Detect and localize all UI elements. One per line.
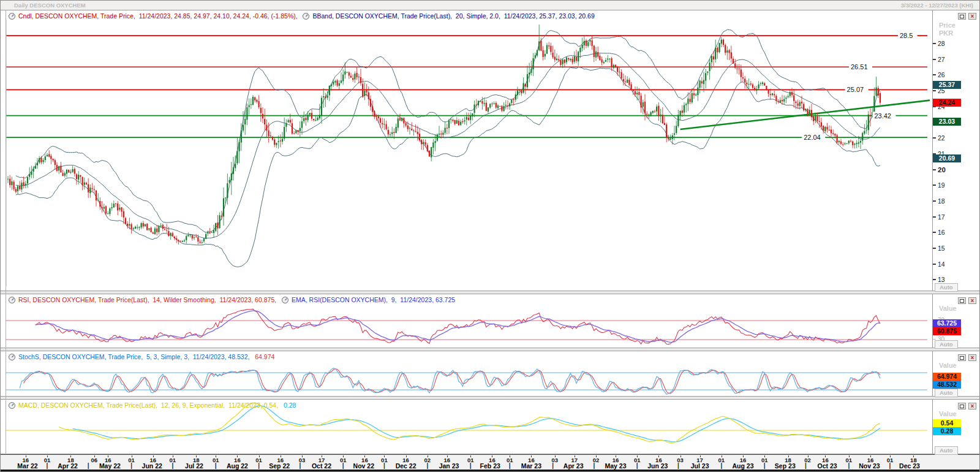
rsi-legend-text: EMA, RSI(DESCON OXYCHEM), 9, 11/24/2023,… xyxy=(292,296,455,303)
axis-tick: 27 xyxy=(933,56,945,63)
x-axis: 1601180616011601180116011603170116011602… xyxy=(1,454,980,470)
axis-tick: 26 xyxy=(933,71,945,78)
month-label: Nov 22 xyxy=(353,462,374,470)
auto-scale-button[interactable]: Auto xyxy=(935,340,958,349)
panel-stochastic: StochS, DESCON OXYCHEM, Trade Price, 5, … xyxy=(1,351,980,397)
month-separator: | xyxy=(636,462,638,469)
macd-legend-text: 0.28 xyxy=(284,402,296,409)
month-separator: | xyxy=(848,462,850,469)
stoch-k-line xyxy=(20,368,880,395)
level-label: 25.07 xyxy=(847,86,864,93)
axis-tick: 16 xyxy=(933,229,945,236)
month-separator: | xyxy=(342,462,344,469)
window-date-range: 3/3/2022 - 12/27/2023 (KHI) xyxy=(901,2,973,9)
axis-unit-label: PKR xyxy=(939,29,953,37)
month-label: May 22 xyxy=(99,462,121,470)
tick-dash xyxy=(933,339,936,340)
value-box: 0.28 xyxy=(933,427,961,435)
month-separator: | xyxy=(805,462,807,469)
title-bar: Daily DESCON OXYCHEM 3/3/2022 - 12/27/20… xyxy=(1,1,979,10)
tick-label: 28 xyxy=(938,40,945,47)
tick-label: 20 xyxy=(938,166,946,173)
macd-legend: MACD, DESCON OXYCHEM, Trade Price(Last),… xyxy=(9,402,296,409)
tick-dash xyxy=(933,90,936,91)
month-label: Sep 23 xyxy=(775,462,796,470)
auto-scale-button[interactable]: Auto xyxy=(935,446,958,455)
axis-tick: 19 xyxy=(933,181,945,189)
rsi-legend-text: RSI, DESCON OXYCHEM, Trade Price(Last), … xyxy=(18,296,280,303)
price-legend: Cndl, DESCON OXYCHEM, Trade Price, 11/24… xyxy=(9,12,595,20)
month-label: Oct 23 xyxy=(818,462,837,470)
month-separator: | xyxy=(130,462,132,469)
month-label: Dec 22 xyxy=(396,462,417,470)
restore-icon xyxy=(960,356,964,360)
month-label: Nov 23 xyxy=(859,462,880,470)
indicator-toggle-icon[interactable] xyxy=(9,354,15,360)
restore-button[interactable] xyxy=(958,403,966,409)
panel-price-chart: 28.526.5125.0723.4222.04 Cndl, DESCON OX… xyxy=(1,10,980,291)
indicator-toggle-icon[interactable] xyxy=(282,297,288,303)
tick-label: 15 xyxy=(938,245,945,252)
close-button[interactable]: × xyxy=(968,403,976,409)
rsi-line xyxy=(36,309,880,344)
axis-tick: 15 xyxy=(933,245,945,252)
close-button[interactable]: × xyxy=(968,13,976,20)
month-label: Oct 22 xyxy=(312,462,331,470)
month-separator: | xyxy=(215,462,217,469)
value-box: 64.974 xyxy=(933,373,961,381)
auto-scale-button[interactable]: Auto xyxy=(935,283,958,292)
tick-dash xyxy=(933,59,936,60)
axis-tick: 20 xyxy=(933,166,946,173)
month-label: Apr 22 xyxy=(58,462,78,470)
month-separator: | xyxy=(470,462,472,469)
tick-label: 19 xyxy=(938,181,945,189)
indicator-toggle-icon[interactable] xyxy=(9,297,15,303)
restore-icon xyxy=(960,405,964,408)
auto-scale-button[interactable]: Auto xyxy=(935,389,958,397)
axis-tick: 18 xyxy=(933,197,945,205)
macd-axis-strip: ×ValuePKR0.540.28Auto xyxy=(932,400,980,454)
axis-tick: 13 xyxy=(933,276,945,283)
axis-tick: 28 xyxy=(933,40,945,47)
tick-dash xyxy=(933,74,936,75)
restore-button[interactable] xyxy=(958,297,966,304)
level-label: 22.04 xyxy=(804,134,821,141)
indicator-toggle-icon[interactable] xyxy=(9,402,15,409)
month-label: May 23 xyxy=(605,462,626,470)
level-label: 23.42 xyxy=(874,112,891,120)
indicator-toggle-icon[interactable] xyxy=(9,13,15,20)
tick-dash xyxy=(933,169,936,170)
value-box: 23.03 xyxy=(933,118,961,126)
tick-dash xyxy=(933,216,936,218)
tick-dash xyxy=(933,43,936,44)
bollinger-middle xyxy=(16,53,880,238)
month-label: Jun 22 xyxy=(142,462,162,470)
month-separator: | xyxy=(426,462,428,469)
left-border xyxy=(6,10,6,454)
day-tick-label: 06 xyxy=(91,457,98,463)
month-separator: | xyxy=(720,462,722,469)
close-button[interactable]: × xyxy=(968,354,976,361)
tick-dash xyxy=(933,200,936,202)
tick-dash xyxy=(933,279,936,280)
price-axis-strip: ×PricePKR2827262524232221201918171615141… xyxy=(932,10,980,291)
restore-button[interactable] xyxy=(958,13,966,20)
close-button[interactable]: × xyxy=(968,297,976,304)
month-label: Jun 23 xyxy=(647,462,668,470)
tick-dash xyxy=(933,264,936,265)
tick-label: 18 xyxy=(938,197,945,205)
value-box: 24.24 xyxy=(933,99,961,107)
tick-dash xyxy=(933,232,936,233)
value-box: 20.69 xyxy=(933,154,961,162)
month-separator: | xyxy=(764,462,766,469)
month-separator: | xyxy=(552,462,554,469)
rsi-axis-strip: ×Value703063.72560.875Auto xyxy=(932,294,980,348)
month-label: Feb 23 xyxy=(480,462,500,470)
month-separator: | xyxy=(383,462,385,469)
indicator-toggle-icon[interactable] xyxy=(303,13,309,20)
restore-button[interactable] xyxy=(958,354,966,361)
value-box: 63.725 xyxy=(933,319,961,327)
month-label: Dec 23 xyxy=(899,462,920,470)
value-box: 25.37 xyxy=(933,81,961,89)
month-separator: | xyxy=(677,462,679,469)
